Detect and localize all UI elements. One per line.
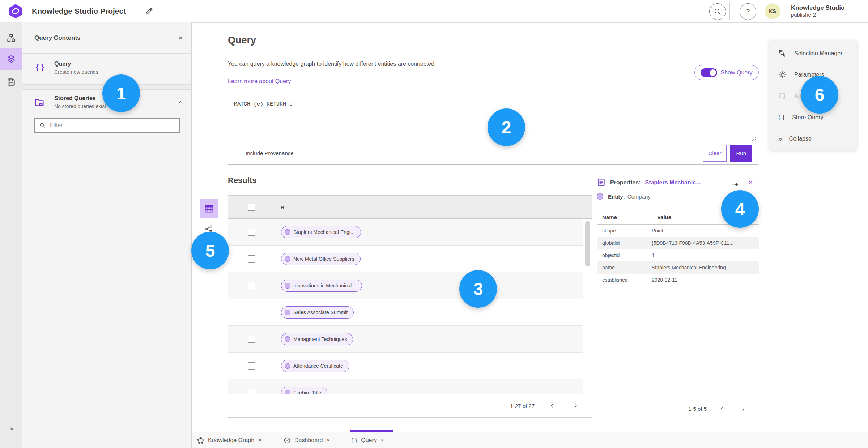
entity-pill[interactable]: Staplers Mechanical Engi... [281,226,361,238]
bottom-tab-bar: Knowledge Graph ✕ Dashboard ✕ { } Query … [192,432,868,448]
properties-next-page-button[interactable] [738,404,749,414]
query-description: You can query a knowledge graph to ident… [228,61,436,67]
textarea-resize-handle[interactable] [752,137,756,141]
entity-type-value: Company [627,193,651,200]
entity-pill[interactable]: Attendance Certificate [281,360,349,372]
top-bar: Knowledge Studio Project ? KS Knowledge … [0,0,868,23]
editor-toolbar: Include Provenance Clear Run [228,142,758,164]
stored-queries-sublabel: No stored queries exist [54,103,106,110]
results-table-header: e [228,196,592,219]
table-icon [204,204,214,214]
user-identity[interactable]: Knowledge Studio publisher2 [791,4,844,18]
results-scrollbar-thumb[interactable] [585,221,590,266]
results-table: e Staplers Mechanical Engi... New Metal … [228,195,592,418]
app-title: Knowledge Studio Project [32,0,126,22]
entity-dot-icon [285,256,290,262]
query-item-label: Query [54,60,98,68]
tab-knowledge-graph[interactable]: Knowledge Graph ✕ [197,432,262,448]
user-avatar[interactable]: KS [765,3,780,19]
filter-input[interactable] [49,122,175,129]
user-role: publisher2 [791,12,844,18]
table-row[interactable]: Managment Techniques [228,326,583,353]
rail-expand-button[interactable]: » [0,418,22,439]
property-row[interactable]: objectid1 [597,249,760,261]
add-window-icon[interactable] [731,178,739,187]
rail-layers-button[interactable] [0,48,22,70]
properties-entity-link[interactable]: Staplers Mechanic... [645,179,701,186]
table-row[interactable]: Sales Associate Summit [228,299,583,326]
rail-data-model-button[interactable] [0,27,22,49]
entity-pill[interactable]: Firebird Title [281,387,327,395]
property-row[interactable]: nameStaplers Mechanical Engineering [597,261,760,274]
entity-pill[interactable]: Sales Associate Summit [281,306,354,319]
results-heading: Results [228,176,256,185]
entity-dot-icon [285,336,290,342]
properties-close-icon[interactable]: ✕ [748,179,753,186]
menu-item-collapse[interactable]: » Collapse [769,128,857,149]
learn-more-link[interactable]: Learn more about Query [228,78,291,85]
results-next-page-button[interactable] [570,400,581,411]
row-checkbox[interactable] [248,229,255,236]
add-window-icon [778,92,787,101]
chevron-up-icon[interactable] [177,99,184,106]
properties-title: Properties: [610,179,641,186]
stored-queries-folder-icon [34,97,44,107]
table-row[interactable]: Innovations in Mechanical... [228,272,583,299]
results-pagination: 1-27 of 27 [228,394,592,417]
edit-title-pencil-icon[interactable] [144,6,154,16]
tab-query[interactable]: { } Query ✕ [351,432,384,448]
row-checkbox[interactable] [248,309,255,316]
show-query-toggle[interactable]: Show Query [694,65,759,80]
properties-doc-icon [597,178,606,187]
query-item[interactable]: { } Query Create new queries [22,53,191,84]
search-icon [714,8,722,16]
left-icon-rail: » [0,22,22,448]
property-row[interactable]: established2020-02-11 [597,274,760,286]
entity-pill[interactable]: Innovations in Mechanical... [281,280,362,292]
props-value-header: Value [657,214,671,220]
gear-icon [778,71,787,79]
query-heading: Query [228,35,256,46]
properties-pagination: 1-5 of 5 [597,400,760,418]
table-row[interactable]: Attendance Certificate [228,353,583,379]
results-prev-page-button[interactable] [547,400,558,411]
menu-item-selection-manager[interactable]: Selection Manager [769,43,857,64]
property-row[interactable]: globalid{5D9B4713-F98D-4A53-A59F-C11... [597,237,760,249]
entity-dot-icon [285,363,290,369]
row-checkbox[interactable] [248,282,255,289]
annotation-badge-1: 1 [102,74,140,112]
close-tab-icon[interactable]: ✕ [326,438,330,443]
run-button[interactable]: Run [730,145,752,162]
stored-queries-filter [34,118,180,133]
table-row[interactable]: Staplers Mechanical Engi... [228,219,583,246]
table-row[interactable]: Firebird Title [228,379,583,394]
braces-icon: { } [351,437,357,443]
double-chevron-icon: » [10,424,13,432]
tab-dashboard[interactable]: Dashboard ✕ [284,432,330,448]
properties-prev-page-button[interactable] [717,404,728,414]
clear-button[interactable]: Clear [703,145,727,162]
table-view-button[interactable] [200,199,218,218]
knowledge-graph-icon [197,437,204,444]
show-query-label: Show Query [720,69,752,76]
row-checkbox[interactable] [248,336,255,343]
select-all-checkbox[interactable] [248,204,255,211]
table-row[interactable]: New Metal Office Suppliers [228,246,583,272]
braces-icon: { } [36,63,44,72]
help-button[interactable]: ? [740,3,756,20]
row-checkbox[interactable] [248,255,255,263]
rail-save-button[interactable] [0,71,22,93]
entity-dot-icon [285,283,290,289]
entity-pill[interactable]: Managment Techniques [281,333,353,345]
entity-pill[interactable]: New Metal Office Suppliers [281,253,361,265]
results-page-range: 1-27 of 27 [510,403,535,409]
close-tab-icon[interactable]: ✕ [380,438,384,443]
app-logo-icon[interactable] [7,3,24,20]
close-tab-icon[interactable]: ✕ [258,438,262,443]
dashboard-gauge-icon [284,437,291,444]
properties-page-range: 1-5 of 5 [688,406,707,412]
row-checkbox[interactable] [248,362,255,370]
include-provenance-checkbox[interactable] [234,150,241,157]
panel-close-icon[interactable]: ✕ [178,34,183,42]
search-button[interactable] [709,3,726,20]
